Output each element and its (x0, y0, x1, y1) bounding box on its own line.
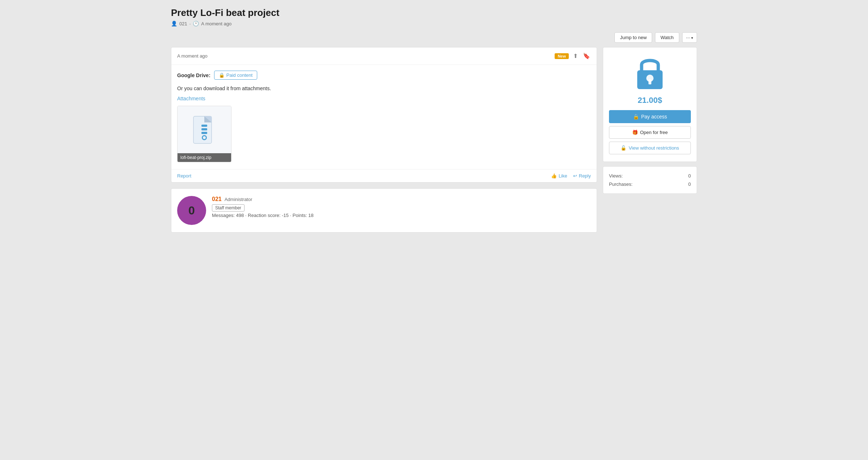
gift-icon: 🎁 (632, 130, 638, 135)
share-icon: ⬆ (573, 53, 578, 59)
avatar-initial: 0 (188, 204, 195, 217)
zip-file-icon (192, 114, 217, 145)
messages-value: 498 (236, 213, 244, 218)
user-meta-icon: 👤 (171, 21, 177, 26)
lock-icon (634, 55, 666, 91)
new-badge: New (555, 53, 569, 59)
user-card: 0 021 Administrator Staff member Message… (171, 188, 597, 233)
user-stats: Messages: 498 · Reaction score: -15 · Po… (212, 213, 591, 218)
purchases-label: Purchases: (609, 181, 633, 187)
google-drive-row: Google Drive: 🔒 Paid content (177, 71, 591, 80)
attachment-filename: lofi-beat-proj.zip (178, 153, 231, 162)
post-header: A moment ago New ⬆ 🔖 (171, 47, 597, 65)
staff-member-badge: Staff member (212, 204, 245, 212)
user-role: Administrator (225, 197, 253, 202)
unlock-icon: 🔓 (621, 145, 626, 151)
views-value: 0 (688, 173, 691, 179)
svg-rect-3 (201, 125, 207, 127)
view-without-restrictions-label: View without restrictions (629, 145, 679, 151)
bookmark-button[interactable]: 🔖 (582, 52, 591, 60)
content-layout: A moment ago New ⬆ 🔖 Go (171, 47, 697, 233)
chevron-down-icon: ▾ (691, 36, 693, 40)
thumbs-up-icon: 👍 (551, 173, 557, 179)
messages-label: Messages: (212, 213, 236, 218)
page-title: Pretty Lo-Fi beat project (171, 7, 697, 18)
view-without-restrictions-button[interactable]: 🔓 View without restrictions (609, 142, 691, 154)
stats-separator-2: · Points: (290, 213, 308, 218)
sidebar: 21.00$ 🔒 Pay access 🎁 Open for free 🔓 Vi… (603, 47, 697, 194)
price-label: 21.00$ (609, 96, 691, 105)
post-reactions: 👍 Like ↩ Reply (551, 173, 591, 179)
stats-separator-1: · Reaction score: (245, 213, 282, 218)
attachments-label[interactable]: Attachments (177, 96, 591, 101)
watch-button[interactable]: Watch (655, 32, 679, 43)
attachment-item[interactable]: lofi-beat-proj.zip (177, 106, 231, 162)
page-meta: 👤 021 · 🕐 A moment ago (171, 21, 697, 26)
lock-icon-wrapper (609, 55, 691, 92)
post-body: Google Drive: 🔒 Paid content Or you can … (171, 65, 597, 169)
reply-label: Reply (579, 173, 591, 179)
post-header-actions: New ⬆ 🔖 (555, 52, 591, 60)
post-footer: Report 👍 Like ↩ Reply (171, 169, 597, 182)
meta-separator: · (189, 21, 191, 26)
like-button[interactable]: 👍 Like (551, 173, 567, 179)
open-for-free-button[interactable]: 🎁 Open for free (609, 126, 691, 139)
paid-content-button[interactable]: 🔒 Paid content (214, 71, 257, 80)
svg-rect-10 (648, 79, 651, 84)
meta-time: A moment ago (201, 21, 231, 26)
lock-small-icon: 🔒 (219, 72, 225, 78)
svg-rect-4 (201, 128, 207, 130)
jump-to-new-button[interactable]: Jump to new (614, 32, 652, 43)
share-button[interactable]: ⬆ (572, 52, 579, 60)
avatar: 0 (177, 196, 206, 225)
more-options-button[interactable]: ··· ▾ (682, 32, 697, 43)
attachment-preview (178, 106, 231, 153)
meta-user: 021 (179, 21, 187, 26)
views-row: Views: 0 (609, 172, 691, 180)
reply-icon: ↩ (573, 173, 577, 179)
paid-content-label: Paid content (226, 72, 253, 78)
download-text: Or you can download it from attachments. (177, 85, 591, 91)
points-value: 18 (308, 213, 313, 218)
more-icon: ··· (686, 35, 690, 40)
svg-rect-5 (201, 132, 207, 134)
open-for-free-label: Open for free (640, 130, 668, 135)
bookmark-icon: 🔖 (583, 53, 590, 59)
top-actions: Jump to new Watch ··· ▾ (171, 32, 697, 43)
like-label: Like (559, 173, 567, 179)
reply-button[interactable]: ↩ Reply (573, 173, 591, 179)
user-name[interactable]: 021 (212, 196, 222, 202)
user-name-row: 021 Administrator (212, 196, 591, 202)
report-link[interactable]: Report (177, 173, 191, 179)
lock-panel: 21.00$ 🔒 Pay access 🎁 Open for free 🔓 Vi… (603, 47, 697, 162)
sidebar-stats: Views: 0 Purchases: 0 (603, 166, 697, 194)
google-drive-label: Google Drive: (177, 72, 210, 78)
pay-access-label: Pay access (641, 114, 667, 120)
pay-access-button[interactable]: 🔒 Pay access (609, 110, 691, 123)
svg-point-7 (203, 136, 206, 139)
views-label: Views: (609, 173, 623, 179)
post-timestamp: A moment ago (177, 53, 208, 59)
main-content: A moment ago New ⬆ 🔖 Go (171, 47, 597, 233)
user-info: 021 Administrator Staff member Messages:… (212, 196, 591, 225)
pay-lock-icon: 🔒 (633, 114, 639, 120)
staff-badge-wrapper: Staff member (212, 205, 591, 210)
page-header: Pretty Lo-Fi beat project 👤 021 · 🕐 A mo… (171, 7, 697, 26)
purchases-row: Purchases: 0 (609, 180, 691, 188)
reaction-score-value: -15 (282, 213, 289, 218)
post-card: A moment ago New ⬆ 🔖 Go (171, 47, 597, 183)
clock-meta-icon: 🕐 (193, 21, 199, 26)
purchases-value: 0 (688, 181, 691, 187)
